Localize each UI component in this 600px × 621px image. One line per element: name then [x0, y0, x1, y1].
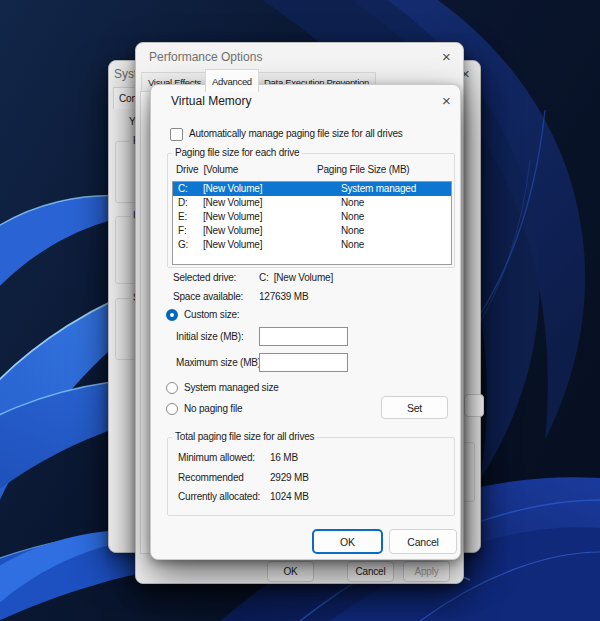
- custom-size-radio[interactable]: [166, 309, 178, 321]
- perf-cancel-button[interactable]: Cancel: [347, 561, 394, 582]
- drive-letter: E:: [178, 210, 187, 224]
- drive-row-f[interactable]: F: [New Volume] None: [173, 224, 451, 238]
- drive-volume: [New Volume]: [203, 238, 262, 252]
- vm-cancel-button[interactable]: Cancel: [389, 529, 457, 554]
- maximum-size-label: Maximum size (MB):: [176, 357, 264, 368]
- custom-size-label: Custom size:: [184, 309, 239, 320]
- drive-paging-size: None: [341, 196, 364, 210]
- total-paging-group: Total paging file size for all drives Mi…: [167, 437, 455, 516]
- drive-paging-size: None: [341, 210, 364, 224]
- column-header-size: Paging File Size (MB): [317, 164, 410, 175]
- drive-volume: [New Volume]: [203, 182, 262, 196]
- drive-row-d[interactable]: D: [New Volume] None: [173, 196, 451, 210]
- initial-size-input[interactable]: [259, 327, 348, 346]
- perf-ok-button[interactable]: OK: [267, 561, 314, 582]
- no-paging-radio[interactable]: [166, 403, 178, 415]
- close-icon[interactable]: ×: [442, 49, 451, 64]
- vm-ok-button[interactable]: OK: [312, 529, 383, 554]
- currently-allocated-label: Currently allocated:: [178, 491, 260, 502]
- selected-drive-label: Selected drive:: [173, 272, 236, 283]
- set-button[interactable]: Set: [381, 396, 448, 419]
- paging-file-group: Paging file size for each drive Drive [V…: [167, 153, 455, 268]
- drive-volume: [New Volume]: [203, 196, 262, 210]
- tab-advanced[interactable]: Advanced: [205, 69, 259, 92]
- drive-paging-size: None: [341, 224, 364, 238]
- drive-row-c[interactable]: C: [New Volume] System managed: [173, 182, 451, 196]
- drive-letter: G:: [178, 238, 188, 252]
- virtual-memory-dialog: Virtual Memory × Automatically manage pa…: [150, 84, 461, 560]
- initial-size-label: Initial size (MB):: [176, 331, 244, 342]
- virtual-memory-title: Virtual Memory: [171, 94, 251, 108]
- auto-manage-checkbox[interactable]: [170, 128, 183, 141]
- drive-letter: F:: [178, 224, 187, 238]
- drive-volume: [New Volume]: [203, 224, 262, 238]
- performance-options-title: Performance Options: [149, 50, 262, 64]
- drive-row-g[interactable]: G: [New Volume] None: [173, 238, 451, 252]
- tab-advanced-label: Advanced: [212, 76, 252, 87]
- currently-allocated-value: 1024 MB: [270, 491, 309, 502]
- drive-paging-size: System managed: [341, 182, 416, 196]
- space-available-value: 127639 MB: [259, 291, 308, 302]
- perf-apply-button[interactable]: Apply: [403, 561, 450, 582]
- no-paging-label: No paging file: [184, 403, 242, 414]
- auto-manage-label: Automatically manage paging file size fo…: [189, 128, 403, 139]
- column-header-drive: Drive [Volume: [176, 164, 238, 175]
- drive-volume: [New Volume]: [203, 210, 262, 224]
- partially-hidden-button[interactable]: [464, 394, 484, 417]
- maximum-size-input[interactable]: [259, 353, 348, 372]
- minimum-allowed-value: 16 MB: [270, 452, 298, 463]
- drive-paging-size: None: [341, 238, 364, 252]
- drive-listbox[interactable]: C: [New Volume] System managed D: [New V…: [172, 181, 452, 265]
- minimum-allowed-label: Minimum allowed:: [178, 452, 255, 463]
- close-icon[interactable]: ×: [442, 93, 451, 108]
- drive-letter: C:: [178, 182, 188, 196]
- drive-letter: D:: [178, 196, 188, 210]
- selected-drive-value: C: [New Volume]: [259, 272, 333, 283]
- paging-file-group-label: Paging file size for each drive: [172, 147, 302, 158]
- total-paging-group-label: Total paging file size for all drives: [172, 431, 317, 442]
- drive-row-e[interactable]: E: [New Volume] None: [173, 210, 451, 224]
- recommended-value: 2929 MB: [270, 472, 309, 483]
- recommended-label: Recommended: [178, 472, 244, 483]
- system-managed-label: System managed size: [184, 382, 279, 393]
- system-managed-radio[interactable]: [166, 382, 178, 394]
- space-available-label: Space available:: [173, 291, 243, 302]
